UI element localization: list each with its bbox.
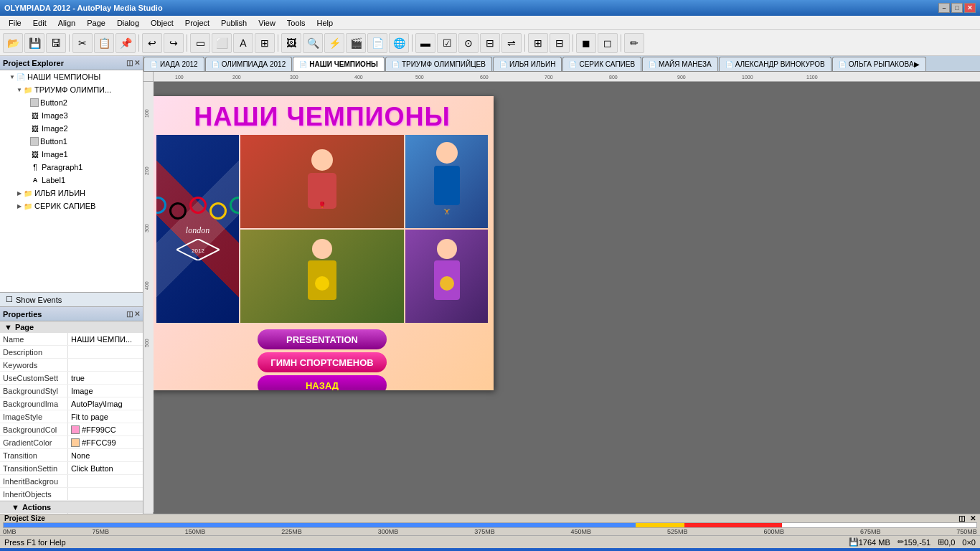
prop-value-usecustomsett[interactable]: true (68, 374, 143, 382)
toolbar-input[interactable]: ⊞ (255, 33, 275, 53)
tree-item-image1[interactable]: 🖼 Image1 (0, 148, 143, 161)
svg-text:500: 500 (415, 75, 424, 80)
size-label-450: 450MB (571, 528, 592, 535)
tree-item-triumf[interactable]: ▼ 📁 ТРИУМФ ОЛИМПИ... (0, 83, 143, 96)
toolbar-copy[interactable]: 📋 (94, 33, 114, 53)
canvas-scroll[interactable]: 100 200 300 400 500 НАШИ ЧЕМПИОНЫ (143, 82, 980, 514)
tree-item-image2[interactable]: 🖼 Image2 (0, 122, 143, 135)
prop-value-transitionsetting[interactable]: Click Button (68, 464, 143, 473)
prop-value-bgcolor[interactable]: #FF99CC (68, 425, 143, 434)
expand-icon[interactable]: ▶ (16, 202, 23, 209)
toolbar-radio[interactable]: ⊙ (458, 33, 479, 53)
menu-file[interactable]: File (3, 17, 27, 29)
prop-value-name[interactable]: НАШИ ЧЕМПИ... (68, 335, 143, 344)
props-restore-icon[interactable]: ◫ (126, 310, 133, 318)
menu-project[interactable]: Project (179, 17, 215, 29)
prop-label-name: Name (0, 333, 68, 345)
project-size-close-icon[interactable]: ✕ (970, 514, 976, 522)
expand-icon[interactable]: ▼ (16, 86, 23, 93)
prop-value-transition[interactable]: None (68, 451, 143, 460)
menu-page[interactable]: Page (81, 17, 111, 29)
prop-value-gradientcolor[interactable]: #FFCC99 (68, 438, 143, 447)
tree-item-ilyailyin[interactable]: ▶ 📁 ИЛЬЯ ИЛЬИН (0, 187, 143, 199)
prop-value-bgimage[interactable]: AutoPlay\Imag (68, 400, 143, 408)
prop-value-imagestyle[interactable]: Fit to page (68, 413, 143, 421)
toolbar-border[interactable]: ▬ (415, 33, 435, 53)
project-size-restore-icon[interactable]: ◫ (958, 514, 965, 522)
tab-icon: 📄 (569, 61, 577, 68)
tab-seriksapiev[interactable]: 📄 СЕРИК САПИЕВ (562, 57, 641, 71)
menu-view[interactable]: View (253, 17, 281, 29)
toolbar-check[interactable]: ☑ (437, 33, 457, 53)
prop-label-gradientcolor: GradientColor (0, 436, 68, 448)
explorer-close-icon[interactable]: ✕ (134, 59, 140, 67)
show-events-button[interactable]: ☐ Show Events (0, 292, 143, 306)
toolbar-web[interactable]: 🌐 (389, 33, 409, 53)
toolbar-sep-5 (412, 34, 413, 52)
minimize-button[interactable]: – (938, 3, 950, 13)
athlete2-placeholder: 🏋 (405, 135, 488, 228)
tab-ilyailyin[interactable]: 📄 ИЛЬЯ ИЛЬИН (493, 57, 562, 71)
prop-value-bgstyle[interactable]: Image (68, 387, 143, 395)
athlete3-placeholder (240, 230, 404, 323)
explorer-restore-icon[interactable]: ◫ (126, 59, 133, 67)
tree-item-button1[interactable]: Button1 (0, 135, 143, 148)
menu-align[interactable]: Align (52, 17, 81, 29)
toolbar-cut[interactable]: ✂ (72, 33, 93, 53)
tree-item-paragraph1[interactable]: ¶ Paragraph1 (0, 161, 143, 174)
tab-aleksandr[interactable]: 📄 АЛЕКСАНДР ВИНОКУРОВ (719, 57, 831, 71)
tab-olimpiada2012[interactable]: 📄 ОЛИМПИАДА 2012 (205, 57, 293, 71)
toolbar-rect[interactable]: ▭ (190, 33, 210, 53)
page-preview[interactable]: НАШИ ЧЕМПИОНЫ 🥊 (151, 96, 494, 390)
toolbar-video[interactable]: 🎬 (346, 33, 366, 53)
props-section-page[interactable]: ▼ Page (0, 321, 143, 333)
tab-olga[interactable]: 📄 ОЛЬГА РЫПАКОВА▶ (832, 57, 926, 71)
svg-text:200: 200 (144, 166, 149, 175)
menu-object[interactable]: Object (145, 17, 179, 29)
menu-publish[interactable]: Publish (215, 17, 253, 29)
toolbar-plugin2[interactable]: ◻ (598, 33, 618, 53)
tree-item-nashichempiony[interactable]: ▼ 📄 НАШИ ЧЕМПИОНЫ (0, 70, 143, 83)
toolbar-slider[interactable]: ⊟ (480, 33, 500, 53)
toolbar-redo[interactable]: ↪ (164, 33, 184, 53)
tree-item-seriksapiev[interactable]: ▶ 📁 СЕРИК САПИЕВ (0, 199, 143, 212)
toolbar-plugin1[interactable]: ◼ (576, 33, 596, 53)
expand-icon[interactable]: ▶ (16, 189, 23, 197)
tree-item-image3[interactable]: 🖼 Image3 (0, 109, 143, 122)
btn-hymn[interactable]: ГИМН СПОРТСМЕНОВ (258, 352, 387, 372)
toolbar-flash[interactable]: ⚡ (324, 33, 344, 53)
tab-mayamaneza[interactable]: 📄 МАЙЯ МАНЕЗА (642, 57, 718, 71)
props-section-actions[interactable]: ▼ Actions (0, 501, 143, 513)
toolbar-image[interactable]: 🖼 (281, 33, 301, 53)
tab-triumf[interactable]: 📄 ТРИУМФ ОЛИМПИЙЦЕВ (385, 57, 492, 71)
menu-edit[interactable]: Edit (27, 17, 52, 29)
toolbar-open[interactable]: 💾 (24, 33, 44, 53)
toolbar-btn-obj[interactable]: ⬜ (212, 33, 232, 53)
expand-icon[interactable]: ▼ (9, 73, 16, 80)
toolbar-paste[interactable]: 📌 (116, 33, 136, 53)
toolbar-undo[interactable]: ↩ (142, 33, 162, 53)
toolbar-pdf[interactable]: 📄 (367, 33, 387, 53)
prop-usecustomsett: UseCustomSett true (0, 372, 143, 385)
menu-tools[interactable]: Tools (281, 17, 311, 29)
prop-label-transitionsetting: TransitionSettin (0, 462, 68, 474)
toolbar-save[interactable]: 🖫 (46, 33, 66, 53)
toolbar-grid[interactable]: ⊟ (550, 33, 570, 53)
menu-help[interactable]: Help (311, 17, 339, 29)
toolbar-table[interactable]: ⊞ (528, 33, 548, 53)
tree-item-label1[interactable]: A Label1 (0, 174, 143, 187)
btn-presentation[interactable]: PRESENTATION (258, 329, 387, 349)
toolbar-text[interactable]: A (233, 33, 253, 53)
btn-back[interactable]: НАЗАД (258, 375, 387, 390)
close-button[interactable]: ✕ (964, 3, 976, 13)
toolbar-pencil[interactable]: ✏ (624, 33, 644, 53)
tab-iada2012[interactable]: 📄 ИАДА 2012 (143, 57, 204, 71)
toolbar-search[interactable]: 🔍 (303, 33, 323, 53)
props-close-icon[interactable]: ✕ (134, 310, 140, 318)
tab-nashichempiony[interactable]: 📄 НАШИ ЧЕМПИОНЫ (293, 57, 385, 71)
toolbar-new[interactable]: 📂 (3, 33, 23, 53)
maximize-button[interactable]: □ (951, 3, 963, 13)
toolbar-arrows[interactable]: ⇌ (501, 33, 522, 53)
menu-dialog[interactable]: Dialog (111, 17, 145, 29)
tree-item-button2[interactable]: Button2 (0, 96, 143, 109)
